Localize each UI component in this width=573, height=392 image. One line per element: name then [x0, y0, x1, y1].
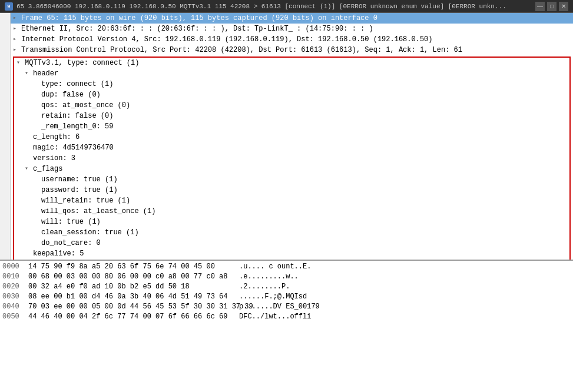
mqtt-cflags-header-row[interactable]: ▾ c_flags: [14, 164, 569, 174]
mqtt-version-row[interactable]: version: 3: [14, 153, 569, 164]
title-bar: W 65 3.865046000 192.168.0.119 192.168.0…: [0, 0, 573, 13]
mqtt-willqos-text: will_qos: at_least_once (1): [41, 206, 567, 217]
line-numbers: [0, 13, 11, 260]
hex-bytes-3: 08 ee 00 b1 00 d4 46 0a 3b 40 06 4d 51 4…: [28, 292, 234, 302]
hex-row-0040: 0040 70 03 ee 00 00 05 00 0d 44 56 45 53…: [2, 302, 571, 312]
mqtt-inner-header-label: header: [33, 68, 567, 79]
mqtt-version-text: version: 3: [33, 153, 567, 164]
mqtt-clientid-header-row[interactable]: ▾ client_id: [14, 259, 569, 260]
mqtt-will-row[interactable]: will: true (1): [14, 217, 569, 227]
hex-row-0030: 0030 08 ee 00 b1 00 d4 46 0a 3b 40 06 4d…: [2, 292, 571, 302]
minimize-button[interactable]: —: [535, 2, 545, 11]
mqtt-remlength-text: _rem_length_0: 59: [41, 121, 567, 132]
mqtt-username-row[interactable]: username: true (1): [14, 174, 569, 185]
mqtt-qos-row[interactable]: qos: at_most_once (0): [14, 100, 569, 111]
hex-bytes-5: 44 46 40 00 04 2f 6c 77 74 00 07 6f 66 6…: [28, 312, 234, 322]
hex-offset-2: 0020: [2, 282, 24, 292]
hex-bytes-4: 70 03 ee 00 00 05 00 0d 44 56 45 53 5f 3…: [28, 302, 234, 312]
mqtt-password-row[interactable]: password: true (1): [14, 185, 569, 195]
expand-icon-tcp[interactable]: ▸: [13, 45, 21, 55]
expand-icon-cflags[interactable]: ▾: [25, 164, 33, 174]
mqtt-type-text: type: connect (1): [41, 79, 567, 89]
ip-row[interactable]: ▸ Internet Protocol Version 4, Src: 192.…: [11, 34, 573, 45]
hex-ascii-0: .u.... c ount..E.: [239, 262, 311, 272]
hex-ascii-3: ......F.;@.MQIsd: [239, 292, 307, 302]
mqtt-keepalive-row[interactable]: keepalive: 5: [14, 248, 569, 259]
hex-row-0020: 0020 00 32 a4 e0 f0 ad 10 0b b2 e5 dd 50…: [2, 282, 571, 292]
tcp-row[interactable]: ▸ Transmission Control Protocol, Src Por…: [11, 45, 573, 55]
close-button[interactable]: ✕: [559, 2, 568, 11]
detail-content: ▸ Frame 65: 115 bytes on wire (920 bits)…: [11, 13, 573, 260]
title-text: 65 3.865046000 192.168.0.119 192.168.0.5…: [16, 3, 535, 10]
mqtt-keepalive-text: keepalive: 5: [33, 248, 567, 259]
mqtt-section: ▾ MQTTv3.1, type: connect (1) ▾ header t…: [13, 57, 571, 260]
mqtt-header-text: MQTTv3.1, type: connect (1): [25, 58, 567, 68]
tcp-row-text: Transmission Control Protocol, Src Port:…: [21, 45, 571, 55]
mqtt-type-row[interactable]: type: connect (1): [14, 79, 569, 89]
ethernet-row[interactable]: ▸ Ethernet II, Src: 20:63:6f: : : (20:63…: [11, 24, 573, 34]
mqtt-cflags-label: c_flags: [33, 164, 567, 174]
mqtt-will-text: will: true (1): [41, 217, 567, 227]
ethernet-row-text: Ethernet II, Src: 20:63:6f: : : (20:63:6…: [21, 24, 571, 34]
hex-offset-3: 0030: [2, 292, 24, 302]
mqtt-magic-row[interactable]: magic: 4d5149736470: [14, 142, 569, 153]
expand-icon-inner-header[interactable]: ▾: [25, 68, 33, 79]
mqtt-username-text: username: true (1): [41, 174, 567, 185]
mqtt-inner-header-row[interactable]: ▾ header: [14, 68, 569, 79]
expand-icon-ethernet[interactable]: ▸: [13, 24, 21, 34]
expand-icon-frame[interactable]: ▸: [13, 13, 21, 24]
mqtt-cleansession-text: clean_session: true (1): [41, 227, 567, 238]
mqtt-willretain-text: will_retain: true (1): [41, 195, 567, 206]
expand-icon-mqtt[interactable]: ▾: [16, 58, 25, 68]
mqtt-clientid-label: client_id: [33, 259, 567, 260]
hex-pane: 0000 14 75 90 f9 8a a5 20 63 6f 75 6e 74…: [0, 260, 573, 392]
mqtt-willretain-row[interactable]: will_retain: true (1): [14, 195, 569, 206]
hex-offset-4: 0040: [2, 302, 24, 312]
mqtt-clength-text: c_length: 6: [33, 132, 567, 142]
hex-row-0000: 0000 14 75 90 f9 8a a5 20 63 6f 75 6e 74…: [2, 262, 571, 272]
hex-offset-5: 0050: [2, 312, 24, 322]
packet-detail-pane: ▸ Frame 65: 115 bytes on wire (920 bits)…: [0, 13, 573, 260]
hex-row-0050: 0050 44 46 40 00 04 2f 6c 77 74 00 07 6f…: [2, 312, 571, 322]
mqtt-header-row[interactable]: ▾ MQTTv3.1, type: connect (1): [14, 58, 569, 68]
hex-bytes-1: 00 68 00 03 00 00 80 06 00 00 c0 a8 00 7…: [28, 272, 234, 282]
hex-ascii-4: p.......DV ES_00179: [239, 302, 320, 312]
frame-row[interactable]: ▸ Frame 65: 115 bytes on wire (920 bits)…: [11, 13, 573, 24]
mqtt-donotcare-row[interactable]: do_not_care: 0: [14, 238, 569, 248]
app-icon: W: [5, 2, 13, 11]
mqtt-password-text: password: true (1): [41, 185, 567, 195]
mqtt-dup-text: dup: false (0): [41, 89, 567, 100]
mqtt-donotcare-text: do_not_care: 0: [41, 238, 567, 248]
frame-row-text: Frame 65: 115 bytes on wire (920 bits), …: [21, 13, 571, 24]
hex-ascii-2: .2........P.: [239, 282, 290, 292]
main-container: ▸ Frame 65: 115 bytes on wire (920 bits)…: [0, 13, 573, 392]
window-controls: — □ ✕: [535, 2, 568, 11]
mqtt-retain-row[interactable]: retain: false (0): [14, 111, 569, 121]
expand-icon-clientid[interactable]: ▾: [25, 259, 33, 260]
mqtt-magic-text: magic: 4d5149736470: [33, 142, 567, 153]
mqtt-willqos-row[interactable]: will_qos: at_least_once (1): [14, 206, 569, 217]
mqtt-cleansession-row[interactable]: clean_session: true (1): [14, 227, 569, 238]
expand-icon-ip[interactable]: ▸: [13, 34, 21, 45]
hex-offset-1: 0010: [2, 272, 24, 282]
mqtt-qos-text: qos: at_most_once (0): [41, 100, 567, 111]
ip-row-text: Internet Protocol Version 4, Src: 192.16…: [21, 34, 571, 45]
mqtt-remlength-row[interactable]: _rem_length_0: 59: [14, 121, 569, 132]
mqtt-dup-row[interactable]: dup: false (0): [14, 89, 569, 100]
mqtt-retain-text: retain: false (0): [41, 111, 567, 121]
hex-ascii-1: .e.........w..: [239, 272, 299, 282]
hex-row-0010: 0010 00 68 00 03 00 00 80 06 00 00 c0 a8…: [2, 272, 571, 282]
mqtt-clength-row[interactable]: c_length: 6: [14, 132, 569, 142]
hex-bytes-2: 00 32 a4 e0 f0 ad 10 0b b2 e5 dd 50 18: [28, 282, 234, 292]
hex-offset-0: 0000: [2, 262, 24, 272]
hex-bytes-0: 14 75 90 f9 8a a5 20 63 6f 75 6e 74 00 4…: [28, 262, 234, 272]
maximize-button[interactable]: □: [547, 2, 557, 11]
hex-ascii-5: DFC../lwt...offli: [239, 312, 311, 322]
